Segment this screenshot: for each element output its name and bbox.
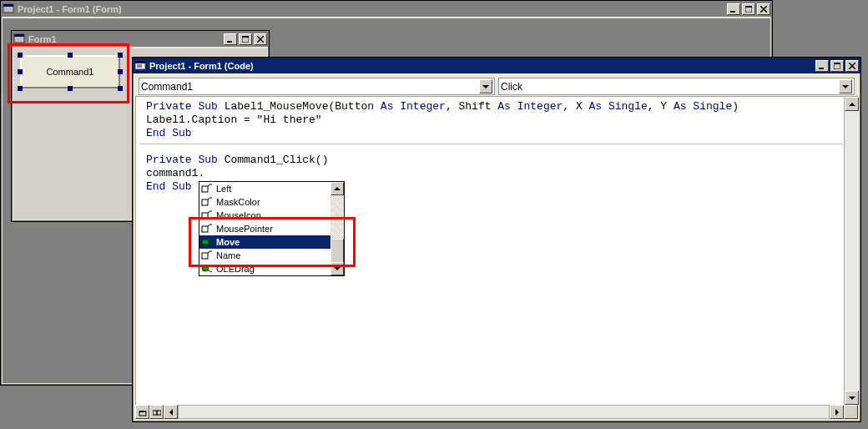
svg-line-37 [208, 244, 212, 245]
method-icon [201, 237, 213, 247]
property-icon [201, 197, 213, 207]
code-window-title-text: Project1 - Form1 (Code) [149, 61, 815, 71]
intellisense-item-label: OLEDrag [216, 264, 255, 274]
close-button[interactable] [254, 33, 267, 45]
vb-form-icon [3, 3, 14, 15]
svg-rect-32 [202, 226, 208, 232]
vertical-scrollbar[interactable] [844, 97, 858, 405]
svg-rect-1 [3, 4, 13, 7]
maximize-button[interactable] [239, 33, 252, 45]
command1-caption: Command1 [47, 67, 94, 77]
horizontal-scroll-track[interactable] [178, 405, 830, 419]
form-icon [13, 33, 25, 45]
svg-rect-34 [209, 224, 212, 225]
svg-rect-46 [153, 411, 157, 415]
maximize-button[interactable] [830, 60, 844, 72]
maximize-button[interactable] [742, 3, 755, 15]
minimize-button[interactable] [815, 60, 829, 72]
close-button[interactable] [757, 3, 770, 15]
scroll-up-button[interactable] [845, 97, 859, 111]
intellisense-item-label: Left [216, 184, 231, 194]
object-combobox-dropdown-button[interactable] [479, 79, 492, 93]
intellisense-item-label: MaskColor [216, 197, 260, 207]
mdi-window-buttons [727, 3, 770, 15]
code-window-titlebar[interactable]: Project1 - Form1 (Code) [133, 58, 860, 73]
procedure-separator [139, 144, 843, 144]
svg-rect-8 [14, 34, 24, 37]
svg-rect-26 [202, 199, 208, 205]
desktop: Project1 - Form1 (Form) Form1 [0, 0, 868, 429]
code-window[interactable]: Project1 - Form1 (Code) Command1 Click P… [132, 57, 861, 422]
code-window-icon [134, 60, 146, 72]
svg-rect-29 [202, 213, 208, 219]
svg-rect-38 [202, 253, 208, 259]
minimize-button[interactable] [224, 33, 237, 45]
intellisense-item[interactable]: Left [199, 182, 331, 195]
method-icon [201, 264, 213, 274]
svg-rect-15 [135, 61, 145, 63]
intellisense-scroll-thumb[interactable] [331, 239, 344, 264]
svg-point-35 [202, 240, 209, 245]
svg-rect-47 [157, 411, 161, 415]
object-combobox[interactable]: Command1 [139, 78, 495, 95]
mdi-titlebar[interactable]: Project1 - Form1 (Form) [1, 1, 772, 17]
code-window-buttons [815, 60, 859, 72]
intellisense-item[interactable]: MaskColor [199, 195, 331, 209]
intellisense-scroll-down[interactable] [331, 262, 344, 275]
intellisense-item-selected[interactable]: Move [199, 235, 331, 249]
svg-rect-2 [730, 11, 735, 13]
intellisense-item-label: Move [216, 237, 240, 247]
scroll-track[interactable] [845, 111, 859, 391]
intellisense-scrollbar[interactable] [331, 182, 344, 275]
svg-point-41 [202, 266, 209, 271]
code-text: Private Sub [146, 100, 225, 113]
svg-line-36 [208, 239, 212, 240]
mdi-title-text: Project1 - Form1 (Form) [18, 4, 727, 14]
form-designer-title-text: Form1 [28, 34, 224, 44]
scroll-right-button[interactable] [830, 405, 844, 419]
full-module-view-button[interactable] [149, 405, 164, 419]
intellisense-item[interactable]: Name [199, 249, 331, 262]
intellisense-item-label: Name [216, 250, 240, 260]
horizontal-scrollbar[interactable] [135, 405, 858, 419]
property-icon [201, 250, 213, 260]
svg-rect-20 [834, 63, 840, 64]
size-grip[interactable] [844, 405, 858, 419]
svg-rect-25 [209, 184, 212, 185]
code-editor-wrap: Private Sub Label1_MouseMove(Button As I… [135, 96, 858, 405]
intellisense-popup[interactable]: Left MaskColor MouseIcon MousePointer [199, 181, 345, 276]
svg-rect-9 [227, 41, 232, 43]
object-combobox-text: Command1 [141, 81, 479, 93]
procedure-view-button[interactable] [135, 405, 149, 419]
svg-line-42 [208, 265, 212, 267]
svg-rect-11 [242, 36, 249, 38]
svg-rect-18 [819, 68, 824, 69]
close-button[interactable] [845, 60, 859, 72]
intellisense-scroll-up[interactable] [331, 182, 344, 195]
intellisense-item[interactable]: OLEDrag [199, 262, 331, 275]
svg-rect-28 [209, 197, 212, 199]
svg-rect-23 [202, 186, 208, 192]
svg-rect-40 [209, 250, 212, 252]
property-icon [201, 184, 213, 194]
minimize-button[interactable] [727, 3, 740, 15]
scroll-down-button[interactable] [845, 391, 859, 405]
procedure-combobox[interactable]: Click [498, 78, 855, 95]
intellisense-item[interactable]: MousePointer [199, 222, 331, 235]
intellisense-list: Left MaskColor MouseIcon MousePointer [199, 182, 331, 275]
intellisense-item-label: MouseIcon [216, 210, 261, 220]
command1-button[interactable]: Command1 [20, 55, 120, 88]
intellisense-item-label: MousePointer [216, 224, 273, 234]
form-designer-titlebar[interactable]: Form1 [12, 31, 269, 47]
property-icon [201, 210, 213, 220]
procedure-combobox-dropdown-button[interactable] [839, 79, 852, 93]
intellisense-item[interactable]: MouseIcon [199, 209, 331, 222]
svg-rect-4 [745, 6, 752, 8]
property-icon [201, 224, 213, 234]
code-toolbar: Command1 Click [135, 76, 858, 96]
svg-line-43 [208, 270, 212, 272]
svg-rect-31 [209, 210, 212, 212]
scroll-left-button[interactable] [164, 405, 178, 419]
form-window-buttons [224, 33, 267, 45]
procedure-combobox-text: Click [501, 81, 839, 93]
